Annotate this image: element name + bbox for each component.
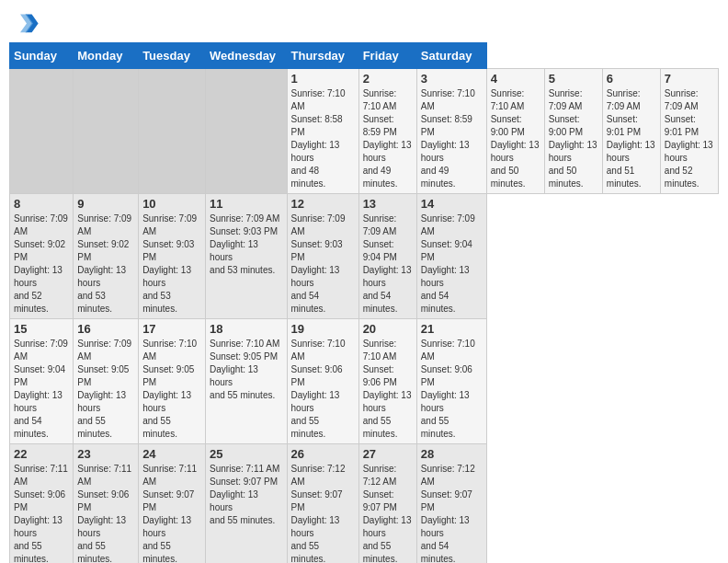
day-number: 21 xyxy=(421,322,483,336)
day-header-sunday: Sunday xyxy=(10,43,74,69)
calendar-header-row: SundayMondayTuesdayWednesdayThursdayFrid… xyxy=(10,43,719,69)
day-number: 16 xyxy=(77,322,134,336)
calendar-cell: 18Sunrise: 7:10 AMSunset: 9:05 PMDayligh… xyxy=(206,319,287,444)
calendar-cell xyxy=(139,69,206,194)
day-number: 22 xyxy=(14,447,69,461)
day-number: 2 xyxy=(363,72,413,86)
day-info: Sunrise: 7:09 AMSunset: 9:05 PMDaylight:… xyxy=(77,338,134,441)
day-header-thursday: Thursday xyxy=(287,43,358,69)
day-number: 23 xyxy=(77,447,134,461)
day-number: 12 xyxy=(291,197,355,211)
day-number: 26 xyxy=(291,447,355,461)
calendar-cell: 14Sunrise: 7:09 AMSunset: 9:04 PMDayligh… xyxy=(416,194,486,319)
calendar-cell: 3Sunrise: 7:10 AMSunset: 8:59 PMDaylight… xyxy=(416,69,486,194)
day-number: 10 xyxy=(142,197,201,211)
day-info: Sunrise: 7:10 AMSunset: 9:06 PMDaylight:… xyxy=(291,338,355,441)
day-number: 25 xyxy=(210,447,282,461)
calendar-cell xyxy=(74,69,139,194)
day-number: 19 xyxy=(291,322,355,336)
calendar-cell xyxy=(10,69,74,194)
calendar-cell: 16Sunrise: 7:09 AMSunset: 9:05 PMDayligh… xyxy=(74,319,139,444)
day-info: Sunrise: 7:10 AMSunset: 8:58 PMDaylight:… xyxy=(291,87,355,190)
day-info: Sunrise: 7:09 AMSunset: 9:00 PMDaylight:… xyxy=(549,87,598,190)
day-info: Sunrise: 7:11 AMSunset: 9:07 PMDaylight:… xyxy=(142,463,201,563)
day-info: Sunrise: 7:09 AMSunset: 9:01 PMDaylight:… xyxy=(665,87,714,190)
calendar-cell: 12Sunrise: 7:09 AMSunset: 9:03 PMDayligh… xyxy=(287,194,358,319)
day-header-wednesday: Wednesday xyxy=(206,43,287,69)
day-number: 1 xyxy=(291,72,355,86)
day-number: 15 xyxy=(14,322,69,336)
day-info: Sunrise: 7:10 AMSunset: 9:06 PMDaylight:… xyxy=(421,338,483,441)
day-number: 18 xyxy=(210,322,282,336)
day-info: Sunrise: 7:10 AMSunset: 9:06 PMDaylight:… xyxy=(363,338,413,441)
week-row-2: 8Sunrise: 7:09 AMSunset: 9:02 PMDaylight… xyxy=(10,194,719,319)
calendar-cell xyxy=(206,69,287,194)
day-info: Sunrise: 7:09 AMSunset: 9:01 PMDaylight:… xyxy=(607,87,656,190)
day-number: 11 xyxy=(210,197,282,211)
calendar-body: 1Sunrise: 7:10 AMSunset: 8:58 PMDaylight… xyxy=(10,69,719,564)
day-number: 8 xyxy=(14,197,69,211)
day-info: Sunrise: 7:09 AMSunset: 9:02 PMDaylight:… xyxy=(77,213,134,316)
day-info: Sunrise: 7:09 AMSunset: 9:04 PMDaylight:… xyxy=(14,338,69,441)
day-number: 20 xyxy=(363,322,413,336)
calendar-cell: 26Sunrise: 7:12 AMSunset: 9:07 PMDayligh… xyxy=(287,444,358,564)
calendar-cell: 21Sunrise: 7:10 AMSunset: 9:06 PMDayligh… xyxy=(416,319,486,444)
calendar-cell: 22Sunrise: 7:11 AMSunset: 9:06 PMDayligh… xyxy=(10,444,74,564)
day-number: 27 xyxy=(363,447,413,461)
calendar-cell: 27Sunrise: 7:12 AMSunset: 9:07 PMDayligh… xyxy=(358,444,416,564)
day-info: Sunrise: 7:09 AMSunset: 9:04 PMDaylight:… xyxy=(363,213,413,316)
calendar-cell: 23Sunrise: 7:11 AMSunset: 9:06 PMDayligh… xyxy=(74,444,139,564)
calendar-cell: 11Sunrise: 7:09 AMSunset: 9:03 PMDayligh… xyxy=(206,194,287,319)
day-number: 3 xyxy=(421,72,483,86)
day-header-saturday: Saturday xyxy=(416,43,486,69)
day-number: 9 xyxy=(77,197,134,211)
day-info: Sunrise: 7:10 AMSunset: 9:05 PMDaylight:… xyxy=(210,338,282,402)
day-info: Sunrise: 7:09 AMSunset: 9:03 PMDaylight:… xyxy=(291,213,355,316)
day-header-monday: Monday xyxy=(74,43,139,69)
calendar-cell: 15Sunrise: 7:09 AMSunset: 9:04 PMDayligh… xyxy=(10,319,74,444)
calendar-cell: 5Sunrise: 7:09 AMSunset: 9:00 PMDaylight… xyxy=(544,69,602,194)
day-info: Sunrise: 7:09 AMSunset: 9:02 PMDaylight:… xyxy=(14,213,69,316)
day-info: Sunrise: 7:12 AMSunset: 9:07 PMDaylight:… xyxy=(363,463,413,563)
day-info: Sunrise: 7:12 AMSunset: 9:07 PMDaylight:… xyxy=(421,463,483,563)
day-number: 4 xyxy=(491,72,540,86)
calendar-cell: 25Sunrise: 7:11 AMSunset: 9:07 PMDayligh… xyxy=(206,444,287,564)
day-info: Sunrise: 7:09 AMSunset: 9:03 PMDaylight:… xyxy=(210,213,282,277)
calendar-cell: 17Sunrise: 7:10 AMSunset: 9:05 PMDayligh… xyxy=(139,319,206,444)
day-number: 13 xyxy=(363,197,413,211)
day-number: 7 xyxy=(665,72,714,86)
day-header-tuesday: Tuesday xyxy=(139,43,206,69)
calendar-cell: 7Sunrise: 7:09 AMSunset: 9:01 PMDaylight… xyxy=(660,69,718,194)
day-number: 14 xyxy=(421,197,483,211)
day-number: 24 xyxy=(142,447,201,461)
calendar-cell: 4Sunrise: 7:10 AMSunset: 9:00 PMDaylight… xyxy=(486,69,544,194)
day-info: Sunrise: 7:10 AMSunset: 9:00 PMDaylight:… xyxy=(491,87,540,190)
day-number: 28 xyxy=(421,447,483,461)
calendar-cell: 28Sunrise: 7:12 AMSunset: 9:07 PMDayligh… xyxy=(416,444,486,564)
week-row-1: 1Sunrise: 7:10 AMSunset: 8:58 PMDaylight… xyxy=(10,69,719,194)
day-info: Sunrise: 7:11 AMSunset: 9:06 PMDaylight:… xyxy=(14,463,69,563)
calendar-cell: 1Sunrise: 7:10 AMSunset: 8:58 PMDaylight… xyxy=(287,69,358,194)
calendar-cell: 9Sunrise: 7:09 AMSunset: 9:02 PMDaylight… xyxy=(74,194,139,319)
calendar-cell: 20Sunrise: 7:10 AMSunset: 9:06 PMDayligh… xyxy=(358,319,416,444)
day-info: Sunrise: 7:10 AMSunset: 8:59 PMDaylight:… xyxy=(363,87,413,190)
week-row-4: 22Sunrise: 7:11 AMSunset: 9:06 PMDayligh… xyxy=(10,444,719,564)
logo xyxy=(14,9,43,35)
logo-icon xyxy=(14,9,40,35)
day-number: 5 xyxy=(549,72,598,86)
day-info: Sunrise: 7:10 AMSunset: 8:59 PMDaylight:… xyxy=(421,87,483,190)
day-number: 17 xyxy=(142,322,201,336)
calendar-cell: 19Sunrise: 7:10 AMSunset: 9:06 PMDayligh… xyxy=(287,319,358,444)
calendar-cell: 24Sunrise: 7:11 AMSunset: 9:07 PMDayligh… xyxy=(139,444,206,564)
calendar-cell: 8Sunrise: 7:09 AMSunset: 9:02 PMDaylight… xyxy=(10,194,74,319)
day-info: Sunrise: 7:09 AMSunset: 9:03 PMDaylight:… xyxy=(142,213,201,316)
day-info: Sunrise: 7:09 AMSunset: 9:04 PMDaylight:… xyxy=(421,213,483,316)
week-row-3: 15Sunrise: 7:09 AMSunset: 9:04 PMDayligh… xyxy=(10,319,719,444)
day-info: Sunrise: 7:10 AMSunset: 9:05 PMDaylight:… xyxy=(142,338,201,441)
day-info: Sunrise: 7:11 AMSunset: 9:07 PMDaylight:… xyxy=(210,463,282,527)
page-header xyxy=(9,9,719,35)
day-info: Sunrise: 7:11 AMSunset: 9:06 PMDaylight:… xyxy=(77,463,134,563)
calendar-cell: 10Sunrise: 7:09 AMSunset: 9:03 PMDayligh… xyxy=(139,194,206,319)
calendar-cell: 6Sunrise: 7:09 AMSunset: 9:01 PMDaylight… xyxy=(602,69,660,194)
day-number: 6 xyxy=(607,72,656,86)
